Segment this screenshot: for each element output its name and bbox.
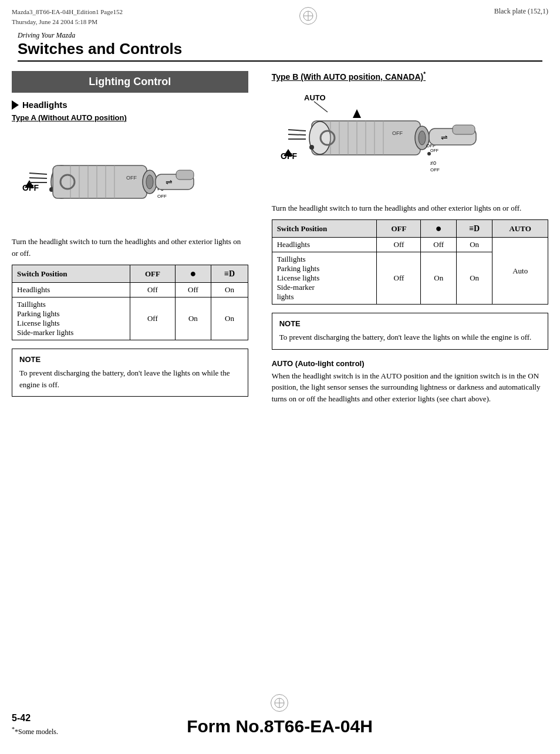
- page-footer: 5-42 **Some models. Form No.8T66-EA-04H: [0, 694, 560, 736]
- svg-line-28: [288, 130, 306, 131]
- svg-rect-25: [176, 170, 194, 180]
- table-a: Switch Position OFF ● ≡D Headlights Off …: [12, 265, 248, 340]
- table-a-row2-beam: On: [211, 297, 248, 340]
- svg-marker-44: [353, 109, 361, 118]
- header-right: Black plate (152,1): [494, 7, 548, 16]
- svg-line-29: [288, 134, 306, 135]
- auto-section: AUTO (Auto-light control) When the headl…: [272, 359, 548, 405]
- type-b-label: Type B (With AUTO position, CANADA)*: [272, 71, 548, 82]
- table-b-row2-off: Off: [377, 252, 421, 305]
- section-divider: [18, 60, 542, 62]
- page-number: 5-42: [12, 713, 58, 723]
- svg-text:⇌: ⇌: [166, 177, 173, 187]
- svg-point-43: [309, 145, 314, 150]
- page-header: Mazda3_8T66-EA-04H_Edition1 Page152 Thur…: [0, 0, 560, 31]
- table-b-row2-dot: On: [421, 252, 457, 305]
- table-a-header-off: OFF: [130, 265, 175, 283]
- svg-text:OFF: OFF: [392, 130, 403, 136]
- table-b-header-off: OFF: [377, 220, 421, 238]
- table-a-header-beam: ≡D: [211, 265, 248, 283]
- svg-text:OFF: OFF: [430, 148, 438, 153]
- header-line2: Thursday, June 24 2004 5:18 PM: [12, 17, 123, 27]
- footnote-asterisk: **Some models.: [12, 726, 58, 736]
- breadcrumb: Driving Your Mazda: [18, 31, 542, 40]
- table-b-row1-name: Headlights: [272, 238, 377, 252]
- table-b-header-dot: ●: [421, 220, 457, 238]
- table-a-row1-name: Headlights: [12, 283, 130, 297]
- page-container: Mazda3_8T66-EA-04H_Edition1 Page152 Thur…: [0, 0, 560, 754]
- header-right-text: Black plate (152,1): [494, 7, 548, 16]
- table-a-row1-beam: On: [211, 283, 248, 297]
- table-b-header-auto: AUTO: [492, 220, 548, 238]
- note-title-a: NOTE: [19, 355, 241, 364]
- headlights-label: Headlights: [22, 100, 68, 110]
- main-content: Lighting Control Headlights Type A (With…: [0, 71, 560, 410]
- note-text-a: To prevent discharging the battery, don'…: [19, 367, 241, 390]
- footer-left: 5-42 **Some models.: [12, 713, 58, 736]
- note-box-a: NOTE To prevent discharging the battery,…: [12, 349, 248, 397]
- page-title: Switches and Controls: [18, 40, 542, 58]
- type-b-svg: AUTO OFF: [272, 89, 530, 191]
- table-a-row2-dot: On: [175, 297, 211, 340]
- svg-line-7: [29, 178, 47, 178]
- table-b-header-position: Switch Position: [272, 220, 377, 238]
- svg-point-20: [146, 175, 153, 189]
- svg-text:OFF: OFF: [430, 167, 440, 173]
- section-title-area: Driving Your Mazda Switches and Controls: [0, 31, 560, 62]
- table-row: Headlights Off Off On: [12, 283, 248, 297]
- note-title-b: NOTE: [279, 319, 541, 328]
- svg-line-27: [314, 102, 328, 112]
- table-a-row1-off: Off: [130, 283, 175, 297]
- table-a-header-position: Switch Position: [12, 265, 130, 283]
- headlights-heading: Headlights: [12, 100, 248, 110]
- note-text-b: To prevent discharging the battery, don'…: [279, 332, 541, 343]
- form-number: Form No.8T66-EA-04H: [187, 716, 373, 736]
- svg-text:OFF: OFF: [157, 194, 167, 199]
- type-b-diagram: AUTO OFF: [272, 89, 548, 194]
- svg-text:⇌: ⇌: [441, 133, 448, 142]
- triangle-icon: [12, 100, 19, 110]
- svg-text:≠0: ≠0: [430, 160, 436, 166]
- right-column: Type B (With AUTO position, CANADA)* AUT…: [266, 71, 548, 410]
- table-b-row1-auto: Auto: [492, 238, 548, 305]
- table-row: TaillightsParking lightsLicense lightsSi…: [12, 297, 248, 340]
- svg-text:OFF: OFF: [126, 175, 137, 181]
- table-a-row1-dot: Off: [175, 283, 211, 297]
- table-a-row2-name: TaillightsParking lightsLicense lightsSi…: [12, 297, 130, 340]
- svg-line-6: [29, 173, 47, 174]
- auto-section-text: When the headlight switch is in the AUTO…: [272, 370, 548, 405]
- type-a-diagram: OFF: [12, 129, 248, 229]
- table-a-header-dot: ●: [175, 265, 211, 283]
- body-text-a: Turn the headlight switch to turn the he…: [12, 236, 248, 259]
- table-a-row2-off: Off: [130, 297, 175, 340]
- table-b-header-beam: ≡D: [457, 220, 492, 238]
- header-line1: Mazda3_8T66-EA-04H_Edition1 Page152: [12, 7, 123, 17]
- table-b-row1-off: Off: [377, 238, 421, 252]
- svg-rect-53: [453, 125, 475, 134]
- footer-center: Form No.8T66-EA-04H: [187, 694, 373, 736]
- auto-section-title: AUTO (Auto-light control): [272, 359, 548, 368]
- svg-text:AUTO: AUTO: [304, 93, 326, 102]
- table-b-row2-beam: On: [457, 252, 492, 305]
- table-b-row1-dot: Off: [421, 238, 457, 252]
- type-b-asterisk: *: [423, 71, 426, 77]
- svg-point-47: [419, 131, 426, 145]
- table-b-row1-beam: On: [457, 238, 492, 252]
- table-row: Headlights Off Off On Auto: [272, 238, 548, 252]
- svg-rect-10: [53, 165, 147, 198]
- type-a-label: Type A (Without AUTO position): [12, 113, 248, 122]
- lighting-control-banner: Lighting Control: [12, 71, 248, 93]
- header-left: Mazda3_8T66-EA-04H_Edition1 Page152 Thur…: [12, 7, 123, 26]
- header-circle-icon: [299, 7, 317, 25]
- left-column: Lighting Control Headlights Type A (With…: [12, 71, 254, 410]
- table-b-row2-name: TaillightsParking lightsLicense lightsSi…: [272, 252, 377, 305]
- type-a-svg: OFF: [12, 132, 200, 226]
- note-box-b: NOTE To prevent discharging the battery,…: [272, 313, 548, 350]
- table-b: Switch Position OFF ● ≡D AUTO Headlights…: [272, 219, 548, 305]
- footer-circle-icon: [271, 694, 288, 712]
- body-text-b: Turn the headlight switch to turn the he…: [272, 202, 548, 214]
